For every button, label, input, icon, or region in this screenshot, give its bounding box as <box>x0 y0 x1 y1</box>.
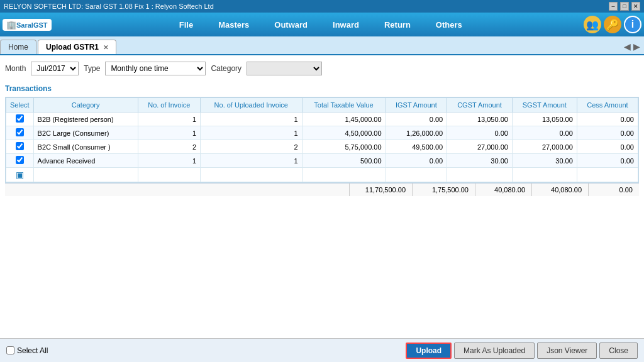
row-checkbox-cell <box>6 154 34 168</box>
col-no-invoice: No. of Invoice <box>138 98 200 112</box>
select-all-checkbox[interactable] <box>6 346 14 354</box>
key-icon[interactable]: 🔑 <box>604 16 621 33</box>
row-checkbox-cell <box>6 126 34 140</box>
col-total-taxable: Total Taxable Value <box>302 98 386 112</box>
month-label: Month <box>5 64 26 73</box>
col-category: Category <box>33 98 138 112</box>
summary-sgst: 40,080.00 <box>532 184 589 196</box>
type-label: Type <box>84 64 100 73</box>
transactions-header: Transactions <box>5 83 639 94</box>
select-all-label: Select All <box>17 346 48 355</box>
row-sgst: 27,000.00 <box>512 140 577 154</box>
maximize-button[interactable]: □ <box>620 2 629 11</box>
main-content: Month Jul/2017 Type Monthly one time Cat… <box>0 55 644 362</box>
upload-button[interactable]: Upload <box>406 343 452 359</box>
info-icon[interactable]: i <box>624 16 641 33</box>
summary-cgst: 40,080.00 <box>475 184 532 196</box>
row-category: B2C Large (Consumer) <box>33 126 138 140</box>
title-bar: RELYON SOFTECH LTD: Saral GST 1.08 Fix 1… <box>0 0 644 13</box>
row-no-invoice: 1 <box>138 126 200 140</box>
month-select[interactable]: Jul/2017 <box>31 62 79 75</box>
close-button[interactable]: Close <box>599 343 638 359</box>
tab-home[interactable]: Home <box>0 40 36 54</box>
menu-masters[interactable]: Masters <box>206 16 262 33</box>
menu-others[interactable]: Others <box>423 16 475 33</box>
bottom-bar: Select All Upload Mark As Uploaded Json … <box>0 338 644 362</box>
table-row: Advance Received 1 1 500.00 0.00 30.00 3… <box>6 154 638 168</box>
table-header-row: Select Category No. of Invoice No. of Up… <box>6 98 638 112</box>
logo-area: 🏢SaralGST <box>3 19 52 31</box>
row-total-taxable: 500.00 <box>302 154 386 168</box>
summary-igst: 1,75,500.00 <box>413 184 475 196</box>
row-total-taxable: 5,75,000.00 <box>302 140 386 154</box>
col-igst: IGST Amount <box>386 98 447 112</box>
row-cgst: 27,000.00 <box>447 140 513 154</box>
menu-inward[interactable]: Inward <box>320 16 372 33</box>
row-igst: 1,26,000.00 <box>386 126 447 140</box>
row-total-taxable: 1,45,000.00 <box>302 112 386 126</box>
row-checkbox-cell <box>6 140 34 154</box>
app-logo: 🏢SaralGST <box>3 19 52 31</box>
row-igst: 49,500.00 <box>386 140 447 154</box>
menu-bar: 🏢SaralGST File Masters Outward Inward Re… <box>0 13 644 36</box>
row-cess: 0.00 <box>577 112 638 126</box>
row-category: Advance Received <box>33 154 138 168</box>
summary-total-taxable: 11,70,500.00 <box>350 184 413 196</box>
row-sgst: 30.00 <box>512 154 577 168</box>
menu-outward[interactable]: Outward <box>262 16 320 33</box>
row-cess: 0.00 <box>577 126 638 140</box>
window-title: RELYON SOFTECH LTD: Saral GST 1.08 Fix 1… <box>4 3 214 10</box>
row-igst: 0.00 <box>386 112 447 126</box>
row-category: B2B (Registered person) <box>33 112 138 126</box>
menu-file[interactable]: File <box>167 16 206 33</box>
mark-as-uploaded-button[interactable]: Mark As Uploaded <box>454 343 535 359</box>
row-cgst: 30.00 <box>447 154 513 168</box>
col-sgst: SGST Amount <box>512 98 577 112</box>
row-checkbox[interactable] <box>16 156 24 164</box>
add-row-icon: ▣ <box>16 170 24 180</box>
transactions-table: Select Category No. of Invoice No. of Up… <box>6 97 638 182</box>
row-checkbox[interactable] <box>16 114 24 123</box>
menu-icons: 👥 🔑 i <box>584 16 641 33</box>
row-cess: 0.00 <box>577 140 638 154</box>
close-window-button[interactable]: ✕ <box>631 2 640 11</box>
row-cgst: 13,050.00 <box>447 112 513 126</box>
row-checkbox[interactable] <box>16 142 24 150</box>
type-select[interactable]: Monthly one time <box>105 62 206 75</box>
table-row: B2C Large (Consumer) 1 1 4,50,000.00 1,2… <box>6 126 638 140</box>
row-no-uploaded: 1 <box>201 154 303 168</box>
row-total-taxable: 4,50,000.00 <box>302 126 386 140</box>
people-icon[interactable]: 👥 <box>584 16 601 33</box>
category-select[interactable] <box>247 62 322 75</box>
row-checkbox[interactable] <box>16 128 24 136</box>
col-select: Select <box>6 98 34 112</box>
menu-items: File Masters Outward Inward Return Other… <box>58 16 584 33</box>
tab-nav[interactable]: ◀ ▶ <box>620 39 644 54</box>
row-no-uploaded: 1 <box>201 126 303 140</box>
tab-bar: Home Upload GSTR1 ✕ ◀ ▶ <box>0 36 644 55</box>
row-sgst: 13,050.00 <box>512 112 577 126</box>
window-controls: – □ ✕ <box>609 2 640 11</box>
json-viewer-button[interactable]: Json Viewer <box>537 343 597 359</box>
transactions-table-container: Select Category No. of Invoice No. of Up… <box>5 97 639 183</box>
row-cgst: 0.00 <box>447 126 513 140</box>
empty-row-icon-cell: ▣ <box>6 168 34 182</box>
minimize-button[interactable]: – <box>609 2 618 11</box>
row-no-uploaded: 1 <box>201 112 303 126</box>
row-igst: 0.00 <box>386 154 447 168</box>
row-no-invoice: 2 <box>138 140 200 154</box>
logo-saral: 🏢SaralGST <box>6 20 48 30</box>
summary-cess: 0.00 <box>589 184 639 196</box>
table-row: B2C Small (Consumer ) 2 2 5,75,000.00 49… <box>6 140 638 154</box>
summary-row: 11,70,500.00 1,75,500.00 40,080.00 40,08… <box>5 183 639 196</box>
row-no-uploaded: 2 <box>201 140 303 154</box>
col-no-uploaded: No. of Uploaded Invoice <box>201 98 303 112</box>
table-row: B2B (Registered person) 1 1 1,45,000.00 … <box>6 112 638 126</box>
col-cgst: CGST Amount <box>447 98 513 112</box>
row-cess: 0.00 <box>577 154 638 168</box>
tab-close-icon[interactable]: ✕ <box>103 44 108 51</box>
row-category: B2C Small (Consumer ) <box>33 140 138 154</box>
tab-label: Upload GSTR1 <box>46 43 99 52</box>
tab-upload-gstr1[interactable]: Upload GSTR1 ✕ <box>38 40 116 54</box>
menu-return[interactable]: Return <box>372 16 423 33</box>
